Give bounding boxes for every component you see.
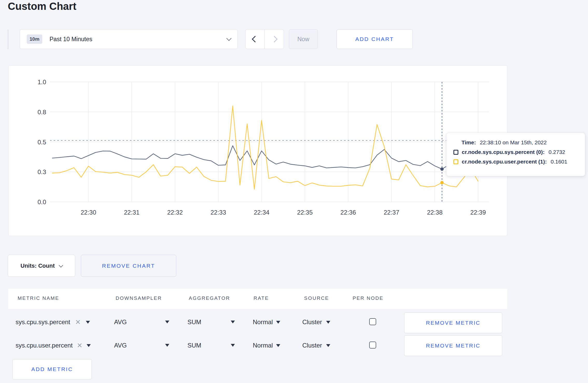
metric-name-select[interactable]: sys.cpu.user.percent ✕ (16, 342, 91, 349)
dropdown-arrow-icon[interactable] (165, 344, 169, 347)
prev-time-button[interactable] (246, 30, 265, 49)
dropdown-arrow-icon (86, 321, 90, 324)
svg-text:22:38: 22:38 (427, 209, 443, 216)
dropdown-arrow-icon (276, 321, 280, 324)
svg-text:22:33: 22:33 (211, 209, 226, 216)
downsampler-value: AVG (114, 318, 127, 326)
header-source: SOURCE (304, 295, 329, 301)
dropdown-arrow-icon[interactable] (231, 321, 235, 323)
metric-name-select[interactable]: sys.cpu.sys.percent ✕ (16, 318, 90, 326)
svg-text:0.5: 0.5 (38, 139, 46, 146)
svg-text:22:30: 22:30 (81, 209, 96, 216)
source-select[interactable]: Cluster (302, 318, 330, 326)
user-percent-swatch-icon (453, 159, 458, 164)
downsampler-select[interactable]: AVG (114, 318, 127, 326)
tooltip-series-label: cr.node.sys.cpu.user.percent (1): (462, 159, 547, 165)
page-title: Custom Chart (8, 1, 76, 12)
add-metric-button[interactable]: ADD METRIC (12, 359, 92, 379)
cpu-percent-line-chart[interactable]: 0.00.30.50.81.022:3022:3122:3222:3322:34… (9, 66, 508, 236)
source-value: Cluster (302, 342, 322, 349)
time-window-label: Past 10 Minutes (50, 36, 92, 43)
remove-chart-button[interactable]: REMOVE CHART (81, 255, 176, 277)
aggregator-value: SUM (187, 318, 201, 326)
sys-percent-swatch-icon (453, 150, 458, 155)
units-select[interactable]: Units: Count (8, 255, 75, 277)
remove-metric-button[interactable]: REMOVE METRIC (404, 313, 502, 333)
rate-select[interactable]: Normal (253, 318, 280, 326)
custom-chart-page: Custom Chart 10m Past 10 Minutes Now ADD… (0, 0, 588, 383)
per-node-checkbox[interactable] (369, 318, 376, 325)
now-button[interactable]: Now (289, 29, 318, 49)
time-window-badge: 10m (27, 34, 42, 44)
header-aggregator: AGGREGATOR (189, 295, 230, 301)
svg-text:1.0: 1.0 (38, 79, 46, 86)
time-range-select[interactable]: 10m Past 10 Minutes (20, 29, 238, 49)
svg-text:22:32: 22:32 (167, 209, 183, 216)
header-per-node: PER NODE (353, 295, 383, 301)
downsampler-select[interactable]: AVG (114, 342, 127, 349)
dropdown-arrow-icon (87, 344, 91, 347)
tooltip-time-value: 22:38:10 on Mar 15th, 2022 (480, 139, 547, 146)
aggregator-value: SUM (187, 342, 201, 349)
svg-text:0.8: 0.8 (38, 109, 46, 116)
header-metric-name: METRIC NAME (18, 295, 59, 301)
dropdown-arrow-icon (326, 321, 330, 324)
svg-text:22:31: 22:31 (124, 209, 139, 216)
time-step-button-group (245, 29, 284, 49)
svg-text:22:39: 22:39 (470, 209, 486, 216)
svg-text:0.0: 0.0 (38, 198, 46, 205)
aggregator-select[interactable]: SUM (187, 342, 201, 349)
chart-panel: 0.00.30.50.81.022:3022:3122:3222:3322:34… (8, 65, 507, 236)
header-downsampler: DOWNSAMPLER (116, 295, 162, 301)
svg-text:22:37: 22:37 (384, 209, 399, 216)
chevron-left-icon (252, 36, 258, 42)
units-label: Units: Count (20, 263, 55, 269)
svg-text:0.3: 0.3 (38, 168, 46, 175)
metrics-table-header: METRIC NAME DOWNSAMPLER AGGREGATOR RATE … (8, 289, 507, 309)
per-node-checkbox[interactable] (369, 342, 376, 349)
downsampler-value: AVG (114, 342, 127, 349)
chevron-down-icon (59, 263, 63, 267)
metric-name-value: sys.cpu.sys.percent (16, 318, 70, 326)
tooltip-series-value: 0.1601 (551, 159, 567, 165)
next-time-button[interactable] (265, 30, 284, 49)
svg-text:22:35: 22:35 (297, 209, 313, 216)
metric-row: sys.cpu.user.percent ✕ AVG SUM Normal Cl… (0, 333, 588, 358)
clear-metric-icon[interactable]: ✕ (77, 342, 82, 349)
tooltip-series-label: cr.node.sys.cpu.sys.percent (0): (462, 149, 545, 155)
svg-text:22:34: 22:34 (254, 209, 269, 216)
chevron-down-icon (226, 36, 232, 41)
metric-name-value: sys.cpu.user.percent (16, 342, 73, 349)
rate-select[interactable]: Normal (253, 342, 280, 349)
source-value: Cluster (302, 318, 322, 326)
chart-tooltip: Time: 22:38:10 on Mar 15th, 2022 cr.node… (446, 133, 585, 176)
aggregator-select[interactable]: SUM (187, 318, 201, 326)
metric-row: sys.cpu.sys.percent ✕ AVG SUM Normal Clu… (0, 310, 588, 335)
rate-value: Normal (253, 318, 273, 326)
source-select[interactable]: Cluster (302, 342, 330, 349)
header-rate: RATE (254, 295, 269, 301)
dropdown-arrow-icon (276, 344, 280, 347)
dropdown-arrow-icon (326, 344, 330, 347)
svg-text:22:36: 22:36 (340, 209, 356, 216)
add-chart-button[interactable]: ADD CHART (337, 29, 413, 49)
remove-metric-button[interactable]: REMOVE METRIC (404, 335, 502, 356)
clear-metric-icon[interactable]: ✕ (75, 319, 81, 325)
dropdown-arrow-icon[interactable] (165, 321, 169, 323)
dropdown-arrow-icon[interactable] (231, 344, 235, 347)
tooltip-series-value: 0.2732 (549, 149, 565, 155)
tooltip-time-label: Time: (461, 139, 476, 146)
chevron-right-icon (271, 36, 277, 42)
rate-value: Normal (253, 342, 273, 349)
toolbar-left-divider (8, 30, 8, 49)
